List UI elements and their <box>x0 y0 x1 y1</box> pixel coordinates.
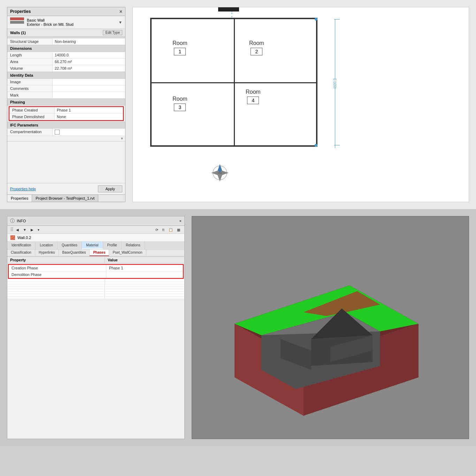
info-toolbar: ⠿ ◀ ▼ ▶ ▾ ⟳ ⎘ 📋 ▦ <box>7 226 184 234</box>
room-3-number: 3 <box>174 103 186 111</box>
creation-phase-label: Creation Phase <box>9 265 106 271</box>
empty-cell-6b <box>105 292 184 294</box>
toolbar-drag-handle: ⠿ <box>10 227 13 232</box>
value-col-header: Value <box>105 257 184 263</box>
tab-base-quantities[interactable]: BaseQuantities <box>59 249 90 256</box>
apply-button[interactable]: Apply <box>98 185 122 192</box>
dim-line2 <box>335 89 335 148</box>
mark-label: Mark <box>7 92 53 98</box>
dimensions-header: Dimensions <box>7 45 125 52</box>
empty-row-1 <box>7 279 184 282</box>
room-1-label: Room 1 <box>172 40 187 55</box>
room-grid: Room 1 Room 2 Room 3 Room 4 <box>150 18 317 147</box>
image-row: Image <box>7 79 125 85</box>
tab-quantities[interactable]: Quantities <box>57 242 82 249</box>
compartmentation-row: Compartmentation <box>7 129 125 136</box>
tab-pset-wallcommon[interactable]: Pset_WallCommon <box>109 249 146 256</box>
wall-icon: 🧱 <box>10 235 15 240</box>
identity-data-header: Identity Data <box>7 72 125 79</box>
volume-row: Volume 22.708 m³ <box>7 65 125 72</box>
tab-relations[interactable]: Relations <box>122 242 145 249</box>
scroll-hint: ▼ <box>7 136 125 141</box>
tab-project-browser[interactable]: Project Browser - TestProject_1.rvt <box>32 195 98 202</box>
empty-row-2 <box>7 282 184 284</box>
structural-usage-label: Structural Usage <box>7 38 53 45</box>
room-2-number: 2 <box>251 48 262 55</box>
properties-help-link[interactable]: Properties help <box>10 187 36 191</box>
paste-icon[interactable]: 📋 <box>167 228 174 232</box>
empty-cell-4a <box>7 287 105 289</box>
layout-icon[interactable]: ▦ <box>176 228 182 232</box>
room-4-number: 4 <box>247 97 259 104</box>
info-title: INFO <box>17 219 26 223</box>
empty-row-5 <box>7 289 184 292</box>
property-col-header: Property <box>7 257 105 263</box>
room-3-label: Room 3 <box>172 96 187 111</box>
dropdown-arrow-icon[interactable]: ▼ <box>118 20 122 24</box>
phase-created-value[interactable]: Phase 1 <box>55 107 123 113</box>
walls-label: Walls (1) <box>10 31 103 35</box>
comments-row: Comments <box>7 85 125 92</box>
comments-value <box>53 85 125 92</box>
wall-title-row: 🧱 Wall.0.2 <box>7 234 184 242</box>
top-section: Properties × Basic Wall Exterior - Brick… <box>0 0 476 209</box>
area-label: Area <box>7 59 53 65</box>
tab-properties[interactable]: Properties <box>7 195 32 202</box>
stripe-red <box>10 17 24 20</box>
type-info: Basic Wall Exterior - Brick on Mtl. Stud <box>27 18 74 26</box>
forward-button[interactable]: ▶ <box>29 228 35 232</box>
ifc-header: IFC Parameters <box>7 122 125 129</box>
empty-cell-3b <box>105 284 184 286</box>
tab-profile[interactable]: Profile <box>103 242 122 249</box>
tab-hyperlinks[interactable]: Hyperlinks <box>35 249 59 256</box>
demolition-phase-label: Demolition Phase <box>9 271 106 278</box>
edit-type-button[interactable]: Edit Type <box>103 30 122 35</box>
phase-created-label: Phase Created <box>9 107 55 113</box>
empty-row-6 <box>7 292 184 294</box>
length-label: Length <box>7 52 53 58</box>
tab-classification[interactable]: Classification <box>7 249 35 256</box>
info-tabs-top-row: Identification Location Quantities Mater… <box>7 242 184 249</box>
compass-svg <box>209 162 230 183</box>
tab-material[interactable]: Material <box>82 242 103 249</box>
tab-location[interactable]: Location <box>36 242 57 249</box>
refresh-icon[interactable]: ⟳ <box>154 228 160 232</box>
dim-cap-top <box>334 19 340 20</box>
empty-cell-1a <box>7 279 105 282</box>
mark-value <box>53 92 125 98</box>
menu-button[interactable]: ▾ <box>36 228 41 232</box>
empty-cell-5b <box>105 289 184 291</box>
tab-phases[interactable]: Phases <box>90 249 109 256</box>
info-tabs-sub-row: Classification Hyperlinks BaseQuantities… <box>7 249 184 257</box>
info-icon: ⓘ <box>10 218 15 224</box>
image-label: Image <box>7 79 53 85</box>
empty-cell-7b <box>105 294 184 296</box>
back-button[interactable]: ◀ <box>15 228 20 232</box>
close-icon[interactable]: × <box>120 9 122 14</box>
type-icon <box>10 17 24 27</box>
room-1-number: 1 <box>174 48 186 55</box>
nav-compass <box>209 162 230 184</box>
properties-footer: Properties help Apply <box>7 183 125 194</box>
room-2-label: Room 2 <box>249 40 264 55</box>
type-name: Basic Wall <box>27 18 74 22</box>
down-button[interactable]: ▼ <box>22 228 28 232</box>
phasing-highlight: Phase Created Phase 1 Phase Demolished N… <box>9 106 124 121</box>
tab-identification[interactable]: Identification <box>7 242 36 249</box>
empty-cell-5a <box>7 289 105 291</box>
properties-titlebar: Properties × <box>7 7 125 16</box>
bottom-section: ⓘ INFO × ⠿ ◀ ▼ ▶ ▾ ⟳ ⎘ 📋 ▦ 🧱 Wall.0.2 Id… <box>0 209 476 446</box>
dim-cap-bottom <box>334 145 340 145</box>
compartmentation-checkbox[interactable] <box>55 130 60 135</box>
type-row: Basic Wall Exterior - Brick on Mtl. Stud… <box>7 16 125 29</box>
structural-usage-value: Non-bearing <box>53 38 125 45</box>
3d-view <box>192 216 469 439</box>
phase-demolished-value[interactable]: None <box>55 114 123 120</box>
wall-name: Wall.0.2 <box>17 236 31 240</box>
length-value: 14000.0 <box>53 52 125 58</box>
info-close-icon[interactable]: × <box>179 219 182 223</box>
copy-icon[interactable]: ⎘ <box>161 228 166 232</box>
room-3-name: Room <box>172 96 187 102</box>
room-2-name: Room <box>249 40 264 46</box>
empty-cell-2b <box>105 282 184 284</box>
